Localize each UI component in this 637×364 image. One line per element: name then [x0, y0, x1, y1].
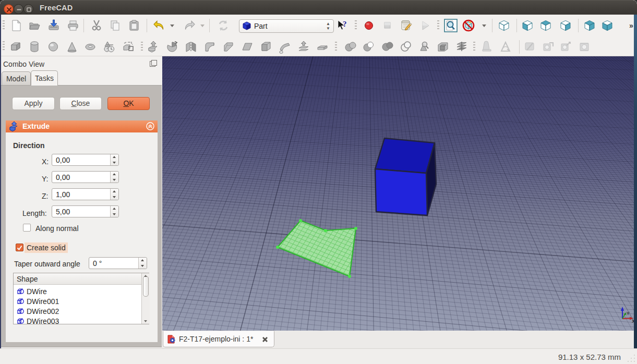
- svg-text:?: ?: [343, 20, 347, 28]
- svg-text:»: »: [629, 21, 633, 30]
- svg-text:Y: Y: [627, 311, 630, 316]
